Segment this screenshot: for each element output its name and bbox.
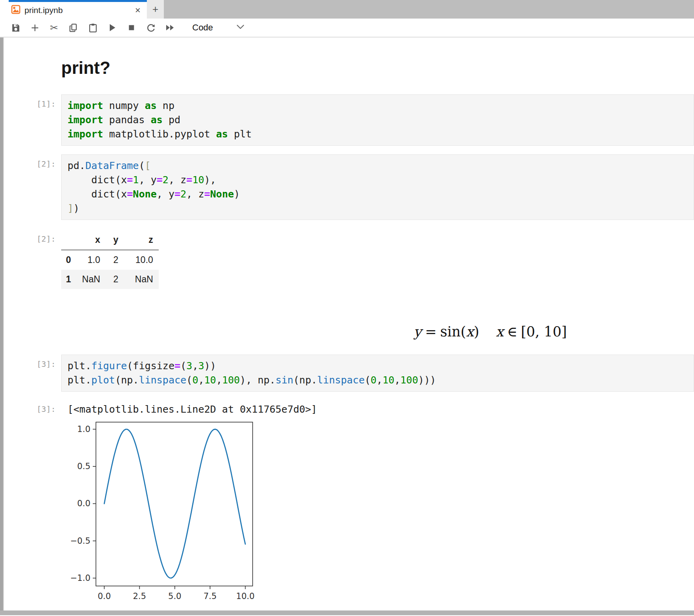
plot-output: 0.02.55.07.510.0−1.0−0.50.00.51.0 <box>61 420 694 604</box>
code-editor-3[interactable]: plt.figure(figsize=(3,3))plt.plot(np.lin… <box>61 355 694 392</box>
svg-text:−1.0: −1.0 <box>70 573 90 583</box>
chevron-down-icon[interactable] <box>236 24 245 31</box>
left-edge-strip <box>0 38 4 610</box>
new-tab-button[interactable]: + <box>147 0 164 19</box>
run-all-icon[interactable] <box>164 22 176 34</box>
notebook-scroll-area[interactable]: print? [1]: import numpy as npimport pan… <box>5 38 694 610</box>
cell-type-dropdown[interactable]: Code <box>192 23 213 33</box>
code-editor-2[interactable]: pd.DataFrame([ dict(x=1, y=2, z=10), dic… <box>61 154 694 220</box>
notebook-icon <box>11 5 21 16</box>
output-cell-2: [2]: xyz01.0210.01NaN2NaN <box>5 230 694 289</box>
code-editor-1[interactable]: import numpy as npimport pandas as pdimp… <box>61 94 694 146</box>
output-prompt-2: [2]: <box>5 230 61 244</box>
tab-bar: print.ipynb × + <box>0 0 694 19</box>
sine-plot-image: 0.02.55.07.510.0−1.0−0.50.00.51.0 <box>61 420 264 602</box>
svg-text:10.0: 10.0 <box>236 592 255 601</box>
tab-print-ipynb[interactable]: print.ipynb × <box>9 0 147 19</box>
math-close-paren: ) <box>474 324 479 340</box>
code-cell-2: [2]: pd.DataFrame([ dict(x=1, y=2, z=10)… <box>5 154 694 220</box>
math-interval: [0, 10] <box>521 324 567 340</box>
svg-text:0.0: 0.0 <box>98 592 111 601</box>
input-prompt-1: [1]: <box>5 94 61 109</box>
svg-text:2.5: 2.5 <box>133 592 146 601</box>
svg-text:0.0: 0.0 <box>77 499 90 508</box>
input-prompt-3: [3]: <box>5 355 61 369</box>
markdown-heading: print? <box>61 58 694 78</box>
code-cell-1: [1]: import numpy as npimport pandas as … <box>5 94 694 146</box>
close-icon[interactable]: × <box>135 6 141 15</box>
math-equals: = <box>422 324 440 340</box>
copy-button[interactable] <box>68 22 79 34</box>
tabbar-empty-space <box>164 0 694 19</box>
insert-cell-button[interactable] <box>29 22 41 34</box>
stop-button[interactable] <box>126 22 137 34</box>
math-element-of: ∈ <box>504 324 521 340</box>
run-button[interactable] <box>106 22 118 34</box>
save-button[interactable] <box>9 22 21 34</box>
svg-text:5.0: 5.0 <box>168 592 181 601</box>
math-sin: sin( <box>440 324 466 340</box>
tab-title: print.ipynb <box>24 6 63 15</box>
math-var-x: x <box>496 324 504 340</box>
dataframe-output: xyz01.0210.01NaN2NaN <box>61 230 159 289</box>
math-var-y: y <box>414 324 422 340</box>
output-prompt-3: [3]: <box>5 400 61 414</box>
paste-button[interactable] <box>87 22 99 34</box>
code-cell-3: [3]: plt.figure(figsize=(3,3))plt.plot(n… <box>5 355 694 392</box>
svg-text:0.5: 0.5 <box>77 462 90 471</box>
output-cell-3: [3]: [<matplotlib.lines.Line2D at 0x1176… <box>5 400 694 415</box>
svg-text:1.0: 1.0 <box>77 424 90 434</box>
output-repr-text: [<matplotlib.lines.Line2D at 0x11765e7d0… <box>61 400 317 415</box>
cut-icon[interactable]: ✂ <box>48 22 60 34</box>
latex-formula: y=sin(x)x∈[0, 10] <box>414 324 694 340</box>
svg-text:−0.5: −0.5 <box>70 536 90 546</box>
restart-kernel-button[interactable] <box>145 22 157 34</box>
notebook-panel: print? [1]: import numpy as npimport pan… <box>0 38 694 610</box>
dataframe-table: xyz01.0210.01NaN2NaN <box>61 230 159 289</box>
tabbar-left-gap <box>0 0 9 19</box>
svg-text:7.5: 7.5 <box>203 592 216 601</box>
notebook-toolbar: ✂ Code <box>0 19 694 38</box>
math-arg-x: x <box>466 324 474 340</box>
input-prompt-2: [2]: <box>5 154 61 169</box>
window-bottom-edge <box>0 610 694 615</box>
